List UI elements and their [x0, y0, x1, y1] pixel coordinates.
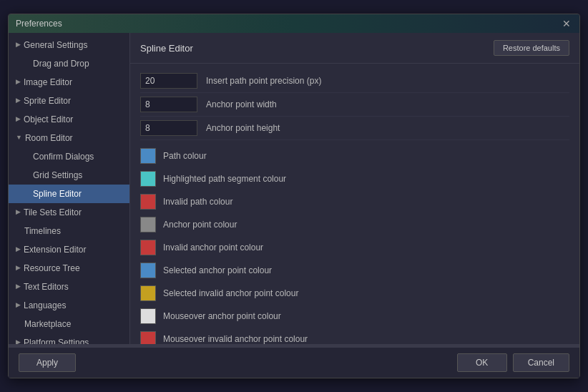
- sidebar-arrow-general-settings: ▶: [16, 40, 21, 50]
- sidebar-arrow-image-editor: ▶: [16, 77, 21, 87]
- main-panel: Spline Editor Restore defaults Insert pa…: [130, 33, 579, 344]
- colour-label-8: Mouseover invalid anchor point colour: [163, 334, 308, 344]
- number-label-2: Anchor point height: [206, 123, 280, 133]
- title-bar: Preferences ✕: [9, 14, 579, 33]
- settings-area: Insert path point precision (px)Anchor p…: [130, 64, 579, 344]
- sidebar-label-languages: Languages: [24, 299, 66, 312]
- colour-label-1: Highlighted path segment colour: [163, 174, 286, 184]
- sidebar-label-tile-sets-editor: Tile Sets Editor: [24, 206, 82, 219]
- sidebar: ▶General SettingsDrag and Drop▶Image Edi…: [9, 33, 130, 344]
- ok-button[interactable]: OK: [457, 353, 507, 372]
- panel-header: Spline Editor Restore defaults: [130, 33, 579, 64]
- sidebar-item-drag-and-drop[interactable]: Drag and Drop: [9, 54, 129, 73]
- apply-button[interactable]: Apply: [19, 353, 76, 372]
- colour-label-0: Path colour: [163, 151, 207, 161]
- number-row-1: Anchor point width: [140, 93, 569, 117]
- panel-title: Spline Editor: [140, 43, 193, 54]
- sidebar-item-confirm-dialogs[interactable]: Confirm Dialogs: [9, 147, 129, 166]
- colour-swatch-5[interactable]: [140, 263, 156, 278]
- colour-label-6: Selected invalid anchor point colour: [163, 288, 298, 298]
- sidebar-label-image-editor: Image Editor: [24, 76, 72, 89]
- sidebar-item-grid-settings[interactable]: Grid Settings: [9, 166, 129, 185]
- sidebar-label-room-editor: Room Editor: [25, 132, 73, 144]
- colour-rows-section: Path colourHighlighted path segment colo…: [140, 144, 569, 344]
- sidebar-item-room-editor[interactable]: ▼Room Editor: [9, 129, 129, 147]
- sidebar-arrow-platform-settings: ▶: [16, 338, 21, 344]
- colour-swatch-2[interactable]: [140, 194, 156, 210]
- number-row-0: Insert path point precision (px): [140, 69, 569, 93]
- colour-swatch-7[interactable]: [140, 308, 156, 324]
- number-row-2: Anchor point height: [140, 117, 569, 140]
- sidebar-label-general-settings: General Settings: [24, 39, 87, 52]
- sidebar-arrow-extension-editor: ▶: [16, 245, 21, 255]
- sidebar-item-marketplace[interactable]: Marketplace: [9, 315, 129, 333]
- number-input-2[interactable]: [140, 120, 197, 136]
- number-input-0[interactable]: [140, 73, 197, 89]
- sidebar-label-timelines: Timelines: [24, 225, 61, 237]
- colour-row-1: Highlighted path segment colour: [140, 167, 569, 190]
- colour-label-7: Mouseover anchor point colour: [163, 311, 281, 321]
- colour-swatch-8[interactable]: [140, 331, 156, 344]
- colour-swatch-4[interactable]: [140, 240, 156, 255]
- colour-row-4: Invalid anchor point colour: [140, 236, 569, 259]
- sidebar-item-general-settings[interactable]: ▶General Settings: [9, 36, 129, 54]
- colour-label-5: Selected anchor point colour: [163, 265, 272, 275]
- close-button[interactable]: ✕: [561, 19, 572, 29]
- cancel-button[interactable]: Cancel: [513, 353, 569, 372]
- colour-row-7: Mouseover anchor point colour: [140, 305, 569, 328]
- colour-row-3: Anchor point colour: [140, 213, 569, 236]
- sidebar-arrow-resource-tree: ▶: [16, 263, 21, 273]
- sidebar-label-spline-editor: Spline Editor: [33, 187, 82, 200]
- footer-right: OK Cancel: [457, 353, 569, 372]
- sidebar-item-timelines[interactable]: Timelines: [9, 222, 129, 240]
- dialog-title: Preferences: [16, 19, 62, 29]
- sidebar-label-object-editor: Object Editor: [24, 113, 73, 126]
- sidebar-item-extension-editor[interactable]: ▶Extension Editor: [9, 240, 129, 259]
- number-label-0: Insert path point precision (px): [206, 76, 321, 86]
- sidebar-label-extension-editor: Extension Editor: [24, 243, 86, 256]
- colour-row-6: Selected invalid anchor point colour: [140, 282, 569, 305]
- sidebar-label-confirm-dialogs: Confirm Dialogs: [33, 150, 94, 163]
- sidebar-item-sprite-editor[interactable]: ▶Sprite Editor: [9, 92, 129, 110]
- number-input-1[interactable]: [140, 97, 197, 112]
- colour-row-8: Mouseover invalid anchor point colour: [140, 328, 569, 344]
- sidebar-arrow-tile-sets-editor: ▶: [16, 207, 21, 217]
- number-label-1: Anchor point width: [206, 99, 277, 109]
- colour-label-4: Invalid anchor point colour: [163, 242, 263, 253]
- dialog-content: ▶General SettingsDrag and Drop▶Image Edi…: [9, 33, 579, 344]
- footer-left: Apply: [19, 353, 76, 372]
- colour-row-5: Selected anchor point colour: [140, 259, 569, 282]
- sidebar-label-sprite-editor: Sprite Editor: [24, 94, 71, 107]
- sidebar-item-text-editors[interactable]: ▶Text Editors: [9, 278, 129, 296]
- colour-swatch-6[interactable]: [140, 285, 156, 301]
- sidebar-arrow-room-editor: ▼: [16, 133, 22, 143]
- sidebar-label-resource-tree: Resource Tree: [24, 262, 80, 275]
- footer: Apply OK Cancel: [9, 347, 579, 378]
- sidebar-item-languages[interactable]: ▶Languages: [9, 296, 129, 315]
- preferences-dialog: Preferences ✕ ▶General SettingsDrag and …: [8, 14, 580, 378]
- sidebar-arrow-text-editors: ▶: [16, 282, 21, 292]
- colour-label-2: Invalid path colour: [163, 197, 232, 207]
- sidebar-arrow-languages: ▶: [16, 300, 21, 310]
- sidebar-arrow-object-editor: ▶: [16, 114, 21, 124]
- sidebar-label-platform-settings: Platform Settings: [24, 336, 89, 344]
- sidebar-arrow-sprite-editor: ▶: [16, 96, 21, 106]
- colour-row-0: Path colour: [140, 144, 569, 167]
- sidebar-item-image-editor[interactable]: ▶Image Editor: [9, 73, 129, 92]
- sidebar-label-grid-settings: Grid Settings: [33, 169, 82, 182]
- sidebar-label-text-editors: Text Editors: [24, 280, 69, 293]
- sidebar-item-tile-sets-editor[interactable]: ▶Tile Sets Editor: [9, 203, 129, 222]
- sidebar-item-object-editor[interactable]: ▶Object Editor: [9, 110, 129, 129]
- sidebar-item-platform-settings[interactable]: ▶Platform Settings: [9, 333, 129, 344]
- sidebar-item-spline-editor[interactable]: Spline Editor: [9, 185, 129, 203]
- sidebar-item-resource-tree[interactable]: ▶Resource Tree: [9, 259, 129, 278]
- sidebar-label-marketplace: Marketplace: [24, 318, 71, 330]
- colour-swatch-1[interactable]: [140, 171, 156, 187]
- colour-label-3: Anchor point colour: [163, 220, 237, 230]
- colour-row-2: Invalid path colour: [140, 190, 569, 213]
- colour-swatch-0[interactable]: [140, 148, 156, 164]
- colour-swatch-3[interactable]: [140, 217, 156, 232]
- restore-defaults-button[interactable]: Restore defaults: [494, 40, 569, 56]
- sidebar-label-drag-and-drop: Drag and Drop: [33, 57, 89, 70]
